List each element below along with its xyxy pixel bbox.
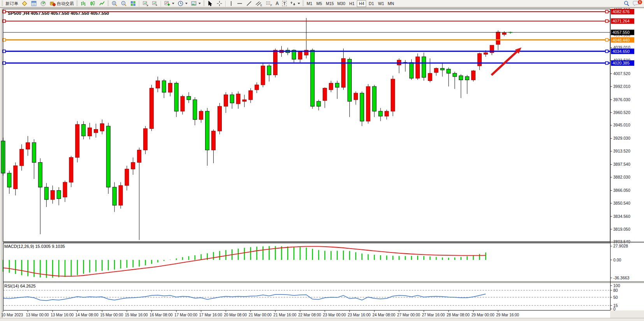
time-axis-label: 27 Mar 16:00 [422,313,445,317]
chat-button[interactable]: 1 [631,0,641,7]
price-badge-label: 4071.264 [612,19,630,23]
trendline-icon [246,0,252,7]
gold-diamond-icon [21,0,28,7]
fibonacci-button[interactable]: F [264,0,274,7]
new-order-button[interactable]: 新订单 [4,0,20,7]
timeframe-m5-button[interactable]: M5 [314,0,324,7]
templates-button[interactable] [189,0,202,7]
crosshair-button[interactable] [215,0,224,7]
timeframe-d1-button[interactable]: D1 [367,0,376,7]
rsi-axis-label: 50 [613,295,618,300]
price-tick-label: 3913.520 [613,149,630,153]
bar-chart-button[interactable] [79,0,88,7]
horizontal-line-icon [237,0,243,7]
time-axis-label: 15 Mar 00:00 [100,313,123,317]
price-tick-label: 3992.010 [613,84,630,89]
timeframe-mn-button[interactable]: MN [386,0,395,7]
arrange-windows-button[interactable] [141,0,150,7]
add-indicator-icon [164,0,170,7]
price-axis[interactable] [611,9,644,310]
time-axis-label: 21 Mar 00:00 [249,313,272,317]
line-handle[interactable] [605,20,608,23]
line-chart-icon [99,0,105,7]
price-badge-label: 4082.676 [612,9,630,14]
rsi-axis-label: 80 [613,288,618,293]
time-axis-label: 21 Mar 16:00 [274,313,297,317]
channel-button[interactable]: E [254,0,264,7]
toolbar-grip[interactable] [302,1,304,7]
toolbar-grip[interactable] [76,1,78,7]
price-tick-label: 3882.030 [613,175,630,179]
timeframe-m1-button[interactable]: M1 [305,0,314,7]
zoom-out-button[interactable] [119,0,128,7]
time-axis-label: 14 Mar 08:00 [75,313,98,317]
main-chart-pane[interactable] [3,9,610,242]
rsi-pane[interactable] [3,283,610,310]
price-tick-label: 3897.540 [613,162,630,167]
time-axis-label: 17 Mar 16:00 [199,313,222,317]
arrange-windows-icon [142,0,149,7]
tile-windows-icon [130,0,136,7]
timeframe-h1-button[interactable]: H1 [347,0,356,7]
auto-trading-label: 自动交易 [57,1,74,7]
label-tool-button[interactable]: T [281,0,289,7]
timeframe-group: M1M5M15M30H1H4D1W1MN [305,0,395,7]
auto-trading-button[interactable]: 自动交易 [48,0,75,7]
price-tick-label: 3866.050 [613,188,630,193]
candlestick-icon [89,0,96,7]
strategy-radar-button[interactable] [39,0,48,7]
dropdown-caret [172,3,174,4]
data-window-button[interactable] [29,0,39,7]
price-tick-label: 3850.540 [613,201,630,205]
search-button[interactable] [622,0,631,7]
price-badge-label: 4048.440 [612,38,630,42]
market-watch-button[interactable] [20,0,29,7]
time-axis-label: 17 Mar 00:00 [174,313,197,317]
macd-axis-label: 0.00 [613,258,621,262]
shapes-icon [290,0,296,7]
time-axis-label: 23 Mar 16:00 [347,313,370,317]
time-axis-label: 23 Mar 00:00 [323,313,346,317]
vertical-line-button[interactable] [227,0,235,7]
line-handle[interactable] [605,62,608,65]
price-badge-label: 4034.650 [612,49,630,54]
new-window-button[interactable] [150,0,160,7]
tile-windows-button[interactable] [128,0,138,7]
channel-icon: E [255,0,262,7]
bar-chart-icon [80,0,86,7]
magnifier-minus-icon [121,0,127,7]
timeframe-m30-button[interactable]: M30 [336,0,347,7]
periods-button[interactable] [176,0,189,7]
toolbar-grip[interactable] [203,1,205,7]
timeframe-h4-button[interactable]: H4 [357,0,366,7]
search-icon [623,0,630,7]
cursor-button[interactable] [205,0,215,7]
zoom-in-button[interactable] [110,0,119,7]
toolbar-grip[interactable] [107,1,109,7]
shapes-button[interactable] [288,0,302,7]
dropdown-caret [298,3,300,4]
price-tick-label: 3945.010 [613,123,630,127]
chart-window[interactable]: 4085.0104054.5504039.0104023.5004007.520… [0,7,644,321]
timeframe-m15-button[interactable]: M15 [324,0,335,7]
chat-unread-badge: 1 [638,0,642,4]
toolbar-separator [225,1,226,7]
candlestick-chart-button[interactable] [88,0,97,7]
line-handle[interactable] [605,10,608,13]
macd-axis-label: 27.9028 [613,244,628,248]
svg-text:F: F [270,4,272,7]
svg-text:E: E [260,4,262,7]
toolbar-grip[interactable] [2,1,3,7]
label-tool-label: T [282,1,287,6]
cursor-icon [207,0,213,7]
indicators-button[interactable] [163,0,176,7]
line-chart-button[interactable] [97,0,107,7]
magnifier-plus-icon [111,0,118,7]
trendline-button[interactable] [244,0,254,7]
timeframe-w1-button[interactable]: W1 [376,0,386,7]
text-tool-button[interactable]: A [274,0,281,7]
line-handle[interactable] [605,39,608,41]
horizontal-line-button[interactable] [235,0,244,7]
price-tick-label: 3929.030 [613,136,630,140]
line-handle[interactable] [605,50,608,53]
